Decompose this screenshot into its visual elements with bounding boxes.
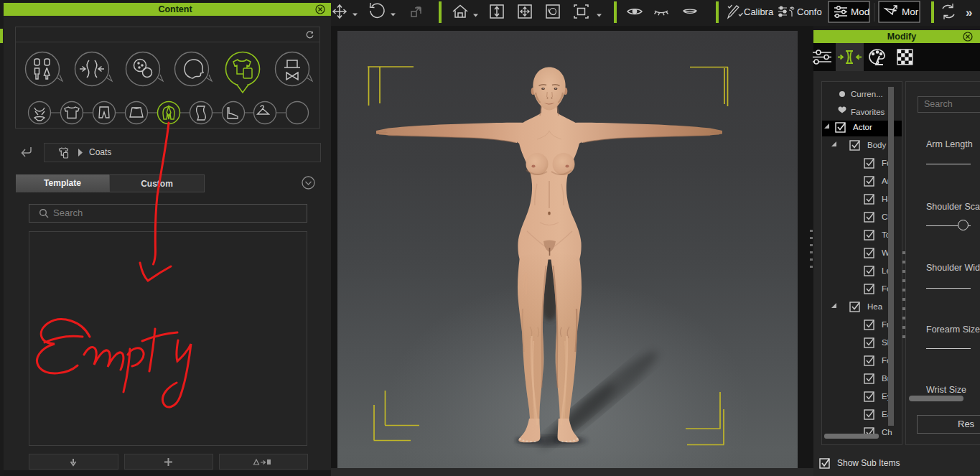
svg-text:Calibra: Calibra (744, 6, 774, 17)
svg-text:Mod: Mod (851, 6, 869, 17)
svg-text:Confo: Confo (797, 6, 822, 17)
svg-text:Curren...: Curren... (851, 90, 883, 98)
svg-text:»: » (966, 6, 972, 19)
svg-text:Actor: Actor (853, 123, 872, 131)
svg-text:Hea: Hea (867, 302, 883, 311)
svg-text:Mor: Mor (902, 6, 919, 17)
svg-text:Body: Body (867, 141, 886, 149)
svg-text:Ch: Ch (882, 428, 892, 437)
svg-text:Favorites: Favorites (851, 108, 885, 116)
